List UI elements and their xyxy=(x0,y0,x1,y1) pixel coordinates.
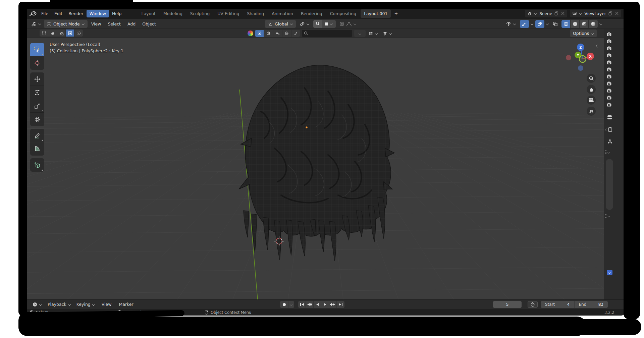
menu-view[interactable]: View xyxy=(88,20,104,28)
close-icon[interactable] xyxy=(615,11,619,15)
xray-toggle[interactable] xyxy=(551,20,560,28)
timeline-editor-type-button[interactable] xyxy=(30,300,44,308)
end-frame-field[interactable]: End 83 xyxy=(575,301,608,308)
zoom-button[interactable] xyxy=(587,74,596,83)
filter-fluid-button[interactable] xyxy=(273,30,282,37)
panel-scrollbar[interactable] xyxy=(606,159,613,210)
menu-help[interactable]: Help xyxy=(109,10,125,17)
menu-render[interactable]: Render xyxy=(65,10,87,17)
camera-toggle-icon[interactable] xyxy=(606,39,612,44)
tab-layout[interactable]: Layout xyxy=(138,9,159,18)
transform-orientation-selector[interactable]: Global xyxy=(265,20,296,28)
tab-sculpting[interactable]: Sculpting xyxy=(187,9,213,18)
menu-window[interactable]: Window xyxy=(87,10,109,17)
camera-toggle-icon[interactable] xyxy=(606,60,612,65)
tool-rotate[interactable] xyxy=(30,86,44,99)
select-mode-intersect[interactable] xyxy=(74,30,83,37)
collapse-region-icon[interactable] xyxy=(595,44,598,48)
menu-playback[interactable]: Playback xyxy=(46,300,73,308)
tool-cursor[interactable] xyxy=(30,56,44,70)
panel-handle[interactable] xyxy=(605,150,610,154)
workspace-pills-icon[interactable] xyxy=(607,114,613,120)
camera-toggle-icon[interactable] xyxy=(606,88,612,93)
menu-object[interactable]: Object xyxy=(139,20,159,28)
tool-transform[interactable] xyxy=(30,113,44,126)
search-input[interactable] xyxy=(302,30,352,37)
tool-select-box[interactable] xyxy=(30,43,44,56)
camera-toggle-icon[interactable] xyxy=(606,102,612,107)
camera-toggle-icon[interactable] xyxy=(606,81,612,86)
filter-object-button[interactable] xyxy=(255,30,264,37)
shading-rendered-button[interactable] xyxy=(589,20,598,28)
select-mode-invert[interactable] xyxy=(66,30,74,37)
select-mode-set[interactable] xyxy=(40,30,48,37)
axis-neg-z-ball[interactable] xyxy=(578,65,583,71)
mode-selector[interactable]: Object Mode xyxy=(44,20,88,28)
select-mode-extend[interactable] xyxy=(48,30,57,37)
filter-funnel-button[interactable] xyxy=(381,30,394,37)
viewport-3d[interactable]: User Perspective (Local) (5) Collection … xyxy=(26,38,604,299)
tab-shading[interactable]: Shading xyxy=(244,9,267,18)
menu-edit[interactable]: Edit xyxy=(51,10,65,17)
current-frame-field[interactable]: 5 xyxy=(493,301,522,308)
object-visibility-button[interactable] xyxy=(504,20,518,28)
pan-button[interactable] xyxy=(587,85,596,94)
jump-to-start-button[interactable] xyxy=(298,301,306,308)
chevron-left-icon[interactable] xyxy=(605,128,607,131)
camera-toggle-icon[interactable] xyxy=(606,32,612,37)
copy-icon[interactable] xyxy=(608,11,613,16)
tab-rendering[interactable]: Rendering xyxy=(298,9,326,18)
ortho-perspective-button[interactable] xyxy=(587,107,596,116)
tool-scale[interactable] xyxy=(30,99,44,113)
filter-brush-button[interactable] xyxy=(291,30,300,37)
editor-type-button[interactable] xyxy=(29,20,43,28)
options-button[interactable]: Options xyxy=(570,30,597,37)
object-data-icon[interactable] xyxy=(607,139,613,145)
use-preview-range-button[interactable] xyxy=(528,301,538,308)
show-overlays-toggle[interactable] xyxy=(535,20,544,28)
tab-animation[interactable]: Animation xyxy=(268,9,297,18)
menu-timeline-view[interactable]: View xyxy=(99,300,115,308)
tab-compositing[interactable]: Compositing xyxy=(327,9,360,18)
filter-tree-button[interactable] xyxy=(366,30,380,37)
axis-neg-x-ball[interactable] xyxy=(566,55,571,60)
camera-toggle-icon[interactable] xyxy=(606,67,612,72)
shading-wireframe-button[interactable] xyxy=(561,20,571,28)
previous-keyframe-button[interactable] xyxy=(306,301,314,308)
select-mode-subtract[interactable] xyxy=(57,30,65,37)
close-icon[interactable] xyxy=(561,11,565,15)
tool-move[interactable] xyxy=(30,72,44,86)
tool-annotate[interactable] xyxy=(30,129,44,142)
next-keyframe-button[interactable] xyxy=(329,301,337,308)
proportional-editing-group[interactable] xyxy=(337,20,359,28)
expand-panel-button[interactable] xyxy=(607,270,612,275)
keying-set-dropdown[interactable] xyxy=(288,301,294,308)
snap-toggle[interactable] xyxy=(313,20,322,28)
collapsed-dropdown[interactable] xyxy=(354,30,366,37)
play-reverse-button[interactable] xyxy=(314,301,321,308)
panel-handle[interactable] xyxy=(605,214,610,218)
camera-toggle-icon[interactable] xyxy=(606,53,612,58)
show-gizmo-toggle[interactable] xyxy=(520,20,529,28)
viewlayer-selector[interactable]: ViewLayer xyxy=(570,10,621,17)
camera-toggle-icon[interactable] xyxy=(606,46,612,51)
filter-world-button[interactable] xyxy=(282,30,291,37)
menu-add[interactable]: Add xyxy=(124,20,139,28)
pivot-point-selector[interactable] xyxy=(298,20,312,28)
copy-icon[interactable] xyxy=(554,11,559,16)
tool-measure[interactable] xyxy=(30,142,44,156)
record-button[interactable] xyxy=(280,301,288,308)
menu-keying[interactable]: Keying xyxy=(74,300,97,308)
menu-marker[interactable]: Marker xyxy=(116,300,136,308)
menu-select[interactable]: Select xyxy=(105,20,124,28)
camera-view-button[interactable] xyxy=(587,96,596,105)
tab-uv-editing[interactable]: UV Editing xyxy=(214,9,243,18)
tool-add-cube[interactable] xyxy=(30,158,44,172)
tab-layout-001[interactable]: Layout.001 xyxy=(361,9,391,18)
camera-toggle-icon[interactable] xyxy=(606,95,612,100)
scene-selector[interactable]: Scene xyxy=(525,10,567,17)
material-ball-icon[interactable] xyxy=(248,31,253,36)
snap-settings[interactable] xyxy=(322,20,336,28)
menu-file[interactable]: File xyxy=(38,10,51,17)
clipboard-icon[interactable] xyxy=(607,127,613,132)
